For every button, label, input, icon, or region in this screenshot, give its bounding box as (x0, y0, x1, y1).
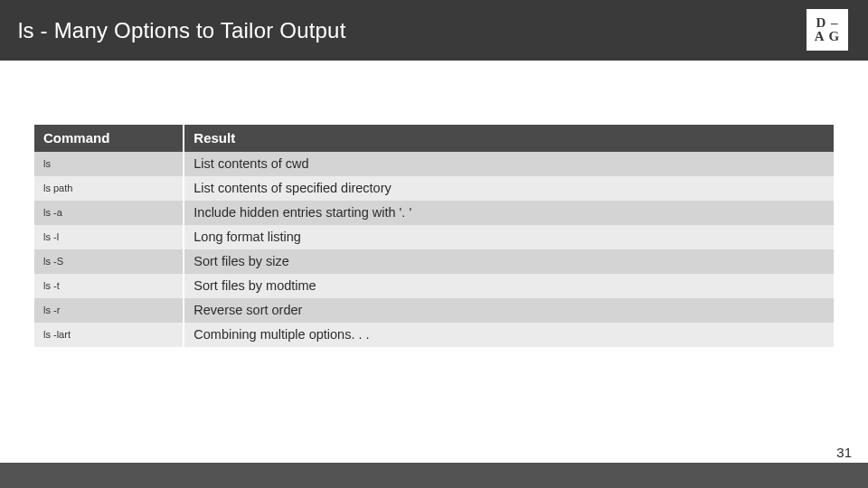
table-row: lsList contents of cwd (34, 152, 834, 176)
header-result: Result (184, 125, 834, 152)
cell-result: Reverse sort order (184, 298, 834, 323)
command-table: Command Result lsList contents of cwd ls… (34, 125, 834, 347)
header-command: Command (34, 125, 184, 152)
cell-command: ls -lart (34, 323, 184, 347)
cell-command: ls -a (34, 201, 184, 225)
cell-result: List contents of specified directory (184, 176, 834, 201)
cell-result: Include hidden entries starting with '. … (184, 201, 834, 225)
cell-command: ls path (34, 176, 184, 201)
logo-bot: A G (815, 30, 840, 43)
cell-command: ls -l (34, 225, 184, 249)
logo-badge: D – A G (807, 9, 848, 51)
page-number: 31 (836, 445, 852, 460)
table-row: ls -SSort files by size (34, 249, 834, 274)
cell-command: ls -r (34, 298, 184, 323)
table-row: ls -aInclude hidden entries starting wit… (34, 201, 834, 225)
cell-command: ls -t (34, 274, 184, 298)
footer-bar (0, 463, 868, 488)
command-table-wrap: Command Result lsList contents of cwd ls… (34, 125, 834, 347)
logo-top: D – (816, 16, 838, 30)
title-bar: ls - Many Options to Tailor Output (0, 0, 868, 61)
table-row: ls pathList contents of specified direct… (34, 176, 834, 201)
cell-result: Combining multiple options. . . (184, 323, 834, 347)
slide: ls - Many Options to Tailor Output D – A… (0, 0, 868, 488)
cell-result: Sort files by size (184, 249, 834, 274)
cell-result: Long format listing (184, 225, 834, 249)
table-row: ls -lartCombining multiple options. . . (34, 323, 834, 347)
table-header-row: Command Result (34, 125, 834, 152)
table-row: ls -tSort files by modtime (34, 274, 834, 298)
cell-command: ls -S (34, 249, 184, 274)
slide-title: ls - Many Options to Tailor Output (0, 18, 346, 43)
cell-result: Sort files by modtime (184, 274, 834, 298)
table-row: ls -rReverse sort order (34, 298, 834, 323)
cell-command: ls (34, 152, 184, 176)
table-row: ls -lLong format listing (34, 225, 834, 249)
cell-result: List contents of cwd (184, 152, 834, 176)
